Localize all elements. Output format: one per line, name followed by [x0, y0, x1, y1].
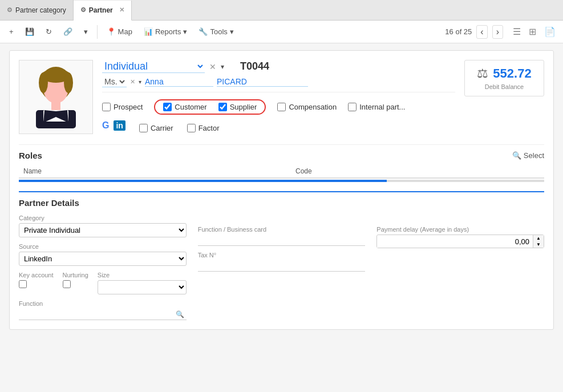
chevron-down-icon: ▾: [84, 27, 88, 36]
internal-part-checkbox[interactable]: [348, 103, 357, 111]
view-grid-button[interactable]: ⊞: [526, 25, 539, 38]
roles-title: Roles: [19, 151, 42, 160]
customer-checkbox[interactable]: [163, 103, 172, 111]
internal-part-checkbox-item: Internal part...: [348, 103, 405, 111]
compensation-checkbox[interactable]: [277, 103, 286, 111]
reports-button[interactable]: 📊 Reports ▾: [139, 25, 192, 38]
col-2: Function / Business card Tax N°: [198, 215, 366, 320]
tab-label-partner: Partner: [89, 6, 113, 14]
factor-checkbox[interactable]: [187, 124, 196, 132]
internal-part-label: Internal part...: [359, 103, 405, 111]
salutation-arrow[interactable]: ▾: [139, 79, 141, 85]
key-account-checkbox[interactable]: [19, 280, 27, 288]
attach-button[interactable]: 🔗: [59, 25, 77, 38]
svg-point-8: [39, 72, 48, 93]
roles-select-button[interactable]: 🔍 Select: [512, 151, 544, 160]
nav-prev-button[interactable]: ‹: [476, 25, 487, 39]
balance-amount[interactable]: 552.72: [493, 66, 531, 81]
tab-close-partner[interactable]: ✕: [119, 6, 124, 14]
gear-icon-partner: ⚙: [80, 6, 86, 14]
first-name-input[interactable]: [145, 77, 213, 87]
linkedin-icon[interactable]: in: [114, 120, 125, 131]
tab-partner-category[interactable]: ⚙ Partner category: [0, 0, 74, 20]
function-business-input[interactable]: [198, 235, 366, 246]
salutation-select[interactable]: Ms. Mr. Dr.: [102, 76, 127, 87]
source-field: Source LinkedIn: [19, 243, 187, 266]
function-field: Function 🔍: [19, 300, 187, 320]
prospect-label: Prospect: [114, 103, 143, 111]
account-nurturing-row: Key account Nurturing Size: [19, 272, 187, 294]
nurturing-checkbox-row: [63, 280, 88, 288]
key-account-label: Key account: [19, 272, 54, 278]
progress-bar-container: [19, 180, 544, 182]
partner-details-title: Partner Details: [19, 198, 544, 208]
col-name: Name: [19, 165, 291, 178]
roles-table: Name Code: [19, 165, 544, 179]
map-button[interactable]: 📍 Map: [102, 25, 137, 38]
tax-input[interactable]: [198, 260, 366, 272]
prospect-checkbox[interactable]: [102, 103, 111, 111]
customer-supplier-outline: Customer Supplier: [154, 99, 266, 115]
google-icon[interactable]: G: [102, 120, 109, 131]
col-1: Category Private Individual Source Linke…: [19, 215, 187, 320]
nurturing-checkbox[interactable]: [63, 280, 71, 288]
key-account-checkbox-row: [19, 280, 54, 288]
add-button[interactable]: +: [5, 25, 18, 38]
partner-details-section: Partner Details Category Private Individ…: [19, 191, 544, 320]
type-select[interactable]: Individual Company: [102, 60, 205, 73]
size-field: Size: [98, 272, 187, 294]
map-icon: 📍: [107, 27, 116, 36]
social-row: G in: [102, 120, 125, 131]
function-label: Function: [19, 300, 187, 307]
spin-down-button[interactable]: ▼: [533, 241, 544, 248]
source-select[interactable]: LinkedIn: [19, 252, 187, 266]
tab-partner[interactable]: ⚙ Partner ✕: [74, 1, 132, 21]
prospect-checkbox-item: Prospect: [102, 103, 143, 111]
clear-salutation[interactable]: ✕: [130, 78, 135, 86]
carrier-checkbox[interactable]: [139, 124, 148, 132]
view-doc-button[interactable]: 📄: [541, 25, 558, 38]
clear-type-button[interactable]: ✕: [209, 62, 216, 71]
roles-section: Roles 🔍 Select Name Code: [19, 144, 544, 182]
name-row: Individual Company ✕ ▾ T0044: [102, 60, 455, 73]
tools-chevron: ▾: [230, 27, 234, 36]
refresh-button[interactable]: ↻: [41, 25, 56, 38]
separator-1: [97, 25, 98, 39]
factor-checkbox-item: Factor: [187, 124, 220, 132]
size-select[interactable]: [98, 280, 187, 294]
spin-up-button[interactable]: ▲: [533, 235, 544, 241]
supplier-label: Supplier: [230, 103, 257, 111]
payment-delay-field: Payment delay (Average in days) ▲ ▼: [376, 226, 544, 248]
scale-icon: ⚖: [477, 66, 488, 81]
save-button[interactable]: 💾: [21, 25, 39, 38]
supplier-checkbox[interactable]: [218, 103, 227, 111]
function-input[interactable]: [21, 310, 176, 318]
carrier-checkbox-item: Carrier: [139, 124, 173, 132]
category-select[interactable]: Private Individual: [19, 223, 187, 237]
last-name-input[interactable]: [217, 77, 308, 87]
partner-id: T0044: [240, 60, 269, 72]
function-search-wrap: 🔍: [19, 309, 187, 320]
balance-label: Debit Balance: [474, 83, 534, 90]
attach-dropdown[interactable]: ▾: [79, 25, 92, 38]
toolbar: + 💾 ↻ 🔗 ▾ 📍 Map 📊 Reports ▾ 🔧 Tools ▾ 16…: [0, 21, 563, 43]
category-field: Category Private Individual: [19, 215, 187, 237]
refresh-icon: ↻: [46, 27, 52, 36]
tools-button[interactable]: 🔧 Tools ▾: [194, 25, 238, 38]
avatar: [19, 60, 93, 134]
payment-delay-input[interactable]: [377, 236, 533, 248]
progress-bar: [19, 180, 387, 182]
function-search-icon[interactable]: 🔍: [176, 310, 184, 318]
factor-label: Factor: [199, 124, 220, 132]
view-list-button[interactable]: ☰: [510, 25, 524, 38]
category-label: Category: [19, 215, 187, 221]
nav-next-button[interactable]: ›: [492, 25, 503, 39]
type-arrow[interactable]: ▾: [221, 63, 224, 71]
attach-icon: 🔗: [63, 27, 72, 36]
search-icon: 🔍: [512, 151, 521, 160]
info-section: Individual Company ✕ ▾ T0044 Ms. Mr. Dr.…: [102, 60, 455, 135]
details-grid: Category Private Individual Source Linke…: [19, 215, 544, 320]
nurturing-label: Nurturing: [63, 272, 88, 278]
tax-label: Tax N°: [198, 252, 366, 258]
nav-counter-text: 16 of 25: [445, 27, 472, 36]
